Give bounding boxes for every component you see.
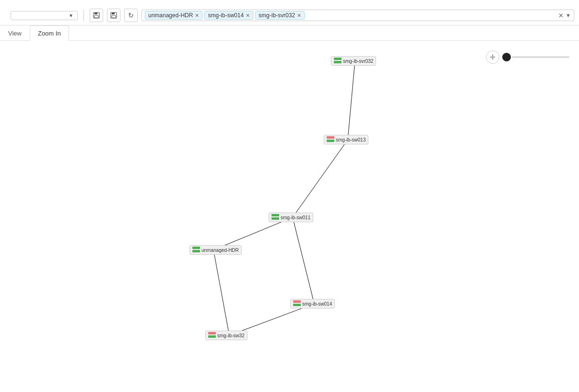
filter-tag-label: smg-ib-svr032	[259, 12, 295, 19]
tab-zoom-in[interactable]: Zoom In	[30, 25, 69, 41]
views-select[interactable]: ▼	[11, 11, 78, 20]
svg-line-8	[293, 140, 348, 217]
svg-rect-1	[95, 12, 97, 14]
node-icon	[208, 332, 216, 339]
filter-dropdown-arrow[interactable]: ▼	[566, 12, 571, 18]
network-node[interactable]: smg-ib-svr032	[331, 56, 376, 66]
tabs-bar: View Zoom In	[0, 25, 579, 41]
node-icon	[192, 247, 200, 253]
network-node[interactable]: smg-ib-sw32	[205, 331, 248, 340]
filter-tag-smg-ib-svr032: smg-ib-svr032 ✕	[255, 11, 305, 20]
node-label: smg-ib-svr032	[343, 59, 373, 64]
filter-tag-unmanaged-hdr: unmanaged-HDR ✕	[145, 11, 202, 20]
node-icon	[334, 58, 342, 64]
filter-tag-smg-ib-sw014: smg-ib-sw014 ✕	[204, 11, 253, 20]
filter-tag-close-2[interactable]: ✕	[246, 12, 250, 19]
zoom-crosshair-button[interactable]: ✛	[486, 50, 499, 64]
node-label: smg-ib-sw013	[336, 137, 366, 143]
svg-line-11	[213, 250, 229, 335]
svg-text:+: +	[115, 12, 116, 15]
save-icon	[93, 12, 100, 19]
save-as-icon: +	[110, 12, 117, 19]
filter-clear-button[interactable]: ✕	[558, 12, 564, 19]
node-icon	[272, 214, 279, 221]
save-as-button[interactable]: +	[107, 9, 120, 22]
node-label: unmanaged-HDR	[201, 248, 239, 253]
svg-rect-2	[95, 15, 98, 18]
network-node[interactable]: unmanaged-HDR	[189, 245, 242, 255]
page-title	[0, 0, 579, 6]
node-icon	[327, 136, 334, 143]
node-label: smg-ib-sw011	[281, 215, 310, 220]
zoom-slider[interactable]	[502, 53, 569, 61]
map-canvas[interactable]: ✛ smg-ib-svr032 smg-ib-sw013 smg-ib-sw01…	[0, 41, 579, 392]
network-node[interactable]: smg-ib-sw014	[290, 299, 335, 309]
filter-tag-close-3[interactable]: ✕	[297, 12, 301, 19]
zoom-controls: ✛	[486, 50, 569, 64]
chevron-down-icon: ▼	[69, 13, 73, 18]
network-node[interactable]: smg-ib-sw011	[269, 213, 313, 222]
filter-tag-label: smg-ib-sw014	[208, 12, 244, 19]
network-node[interactable]: smg-ib-sw013	[324, 135, 368, 144]
filter-bar: unmanaged-HDR ✕ smg-ib-sw014 ✕ smg-ib-sv…	[142, 10, 574, 21]
node-icon	[293, 300, 301, 307]
node-label: smg-ib-sw014	[302, 301, 332, 307]
filter-tag-close-1[interactable]: ✕	[195, 12, 199, 19]
toolbar: ▼ + ↻ unmanaged-HDR ✕	[0, 6, 579, 25]
svg-rect-5	[112, 15, 116, 18]
toolbar-separator-1	[83, 10, 84, 21]
svg-line-7	[348, 61, 355, 140]
refresh-button[interactable]: ↻	[124, 9, 138, 22]
svg-line-10	[293, 217, 314, 304]
tab-view[interactable]: View	[0, 25, 30, 41]
save-button[interactable]	[90, 9, 103, 22]
filter-tag-label: unmanaged-HDR	[148, 12, 193, 19]
node-label: smg-ib-sw32	[217, 333, 245, 338]
zoom-slider-track[interactable]	[512, 56, 569, 58]
zoom-slider-handle[interactable]	[502, 53, 511, 61]
